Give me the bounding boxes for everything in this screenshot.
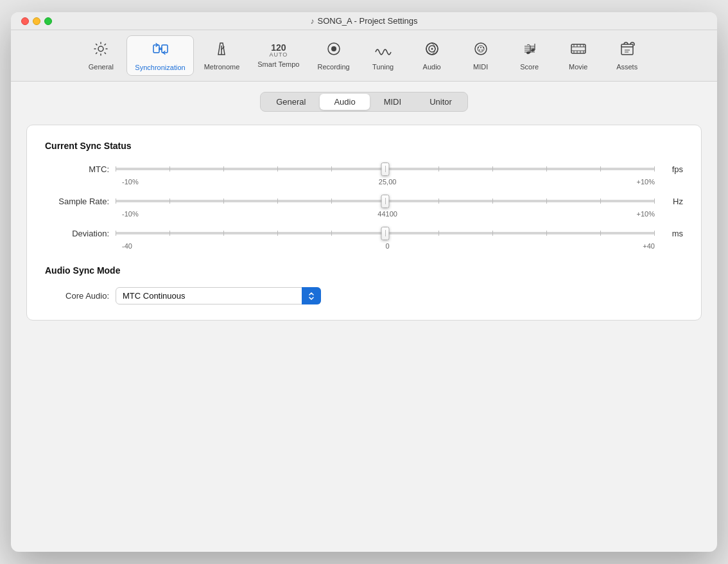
toolbar-label-midi: MIDI (473, 63, 488, 71)
sample-rate-unit: Hz (660, 197, 683, 206)
core-audio-label: Core Audio: (45, 291, 116, 301)
sync-icon (152, 40, 169, 62)
mtc-slider[interactable] (116, 163, 655, 175)
svg-point-0 (98, 46, 103, 51)
toolbar-label-movie: Movie (569, 63, 587, 71)
toolbar-label-assets: Assets (616, 63, 637, 71)
tab-unitor[interactable]: Unitor (415, 94, 466, 110)
toolbar-item-assets[interactable]: Assets (604, 37, 650, 75)
midi-icon (472, 40, 489, 61)
tab-midi[interactable]: MIDI (370, 94, 415, 110)
main-panel: Current Sync Status MTC: (26, 125, 702, 321)
svg-point-17 (479, 49, 480, 51)
mtc-min-label: -10% (122, 178, 139, 186)
toolbar-item-midi[interactable]: MIDI (458, 37, 504, 75)
svg-point-7 (331, 46, 336, 51)
sample-rate-mid-label: 44100 (377, 210, 397, 218)
deviation-min-label: -40 (122, 242, 132, 250)
deviation-label: Deviation: (45, 229, 116, 238)
toolbar-label-tuning: Tuning (372, 63, 394, 71)
sample-rate-slider[interactable] (116, 195, 655, 207)
deviation-knob[interactable] (381, 227, 390, 240)
sample-rate-row: Sample Rate: (45, 195, 683, 207)
deviation-unit: ms (660, 229, 683, 238)
mtc-unit: fps (660, 164, 683, 174)
deviation-labels: -40 0 +40 (122, 242, 655, 250)
traffic-lights (21, 17, 52, 25)
assets-icon (619, 40, 636, 61)
svg-point-23 (526, 51, 530, 54)
svg-point-13 (478, 46, 484, 52)
deviation-max-label: +40 (643, 242, 655, 250)
toolbar-label-synchronization: Synchronization (135, 64, 185, 71)
svg-point-16 (483, 47, 484, 48)
toolbar-label-audio: Audio (423, 63, 441, 71)
core-audio-row: Core Audio: MTC Continuous MTC ADAT Word… (45, 287, 683, 304)
toolbar-item-metronome[interactable]: Metronome (196, 37, 248, 75)
document-icon: ♪ (310, 17, 314, 26)
content-area: General Audio MIDI Unitor Current Sync S… (11, 82, 717, 552)
toolbar-item-movie[interactable]: Movie (555, 37, 602, 75)
minimize-button[interactable] (33, 17, 40, 25)
svg-point-14 (478, 47, 479, 48)
sample-rate-max-label: +10% (637, 210, 655, 218)
toolbar-item-synchronization[interactable]: Synchronization (126, 35, 193, 76)
smart-tempo-icon: 120 AUTO (269, 43, 288, 58)
audio-icon (424, 40, 440, 61)
sample-rate-knob[interactable] (381, 195, 390, 208)
sync-status-title: Current Sync Status (45, 141, 683, 151)
audio-sync-title: Audio Sync Mode (45, 265, 683, 276)
movie-icon (569, 40, 587, 61)
score-icon (521, 40, 538, 61)
toolbar-label-general: General (89, 63, 114, 71)
toolbar-label-recording: Recording (318, 63, 350, 71)
main-window: ♪ SONG_A - Project Settings General (11, 12, 717, 552)
toolbar-label-score: Score (520, 63, 539, 71)
maximize-button[interactable] (44, 17, 52, 25)
recording-icon (325, 40, 342, 61)
mtc-labels: -10% 25,00 +10% (122, 178, 655, 186)
mtc-row: MTC: (45, 163, 683, 175)
toolbar-item-score[interactable]: Score (507, 37, 553, 75)
core-audio-select-wrapper: MTC Continuous MTC ADAT Word Clock (116, 287, 321, 304)
audio-sync-section: Audio Sync Mode Core Audio: MTC Continuo… (45, 265, 683, 304)
close-button[interactable] (21, 17, 29, 25)
svg-point-18 (481, 49, 483, 51)
toolbar-item-recording[interactable]: Recording (310, 37, 358, 75)
svg-rect-39 (621, 44, 633, 47)
mtc-label: MTC: (45, 164, 116, 174)
toolbar-item-general[interactable]: General (78, 37, 124, 75)
sub-tabs: General Audio MIDI Unitor (26, 92, 702, 112)
sample-rate-min-label: -10% (122, 210, 139, 218)
metronome-icon (213, 40, 230, 61)
svg-point-10 (431, 48, 433, 50)
toolbar-label-smart-tempo: Smart Tempo (257, 60, 299, 68)
toolbar-item-tuning[interactable]: Tuning (360, 37, 406, 75)
gear-icon (92, 40, 109, 61)
core-audio-select[interactable]: MTC Continuous MTC ADAT Word Clock (116, 287, 321, 304)
tuning-icon (374, 40, 392, 61)
tab-general[interactable]: General (262, 94, 320, 110)
tab-audio[interactable]: Audio (320, 94, 369, 110)
sample-rate-labels: -10% 44100 +10% (122, 210, 655, 218)
toolbar-item-smart-tempo[interactable]: 120 AUTO Smart Tempo (250, 39, 307, 72)
sync-status-section: Current Sync Status MTC: (45, 141, 683, 250)
toolbar-label-metronome: Metronome (204, 63, 240, 71)
deviation-row: Deviation: (45, 227, 683, 240)
title-bar: ♪ SONG_A - Project Settings (11, 12, 717, 30)
mtc-knob[interactable] (381, 163, 390, 176)
svg-point-25 (530, 48, 535, 51)
window-title: ♪ SONG_A - Project Settings (310, 16, 417, 26)
sub-tabs-container: General Audio MIDI Unitor (260, 92, 468, 112)
svg-point-12 (475, 43, 487, 55)
mtc-max-label: +10% (637, 178, 655, 186)
toolbar-item-audio[interactable]: Audio (409, 37, 455, 75)
sample-rate-label: Sample Rate: (45, 197, 116, 206)
svg-point-15 (480, 47, 481, 48)
toolbar: General Synchronization (11, 30, 717, 82)
mtc-mid-label: 25,00 (379, 178, 397, 186)
deviation-slider[interactable] (116, 227, 655, 240)
deviation-mid-label: 0 (386, 242, 390, 250)
